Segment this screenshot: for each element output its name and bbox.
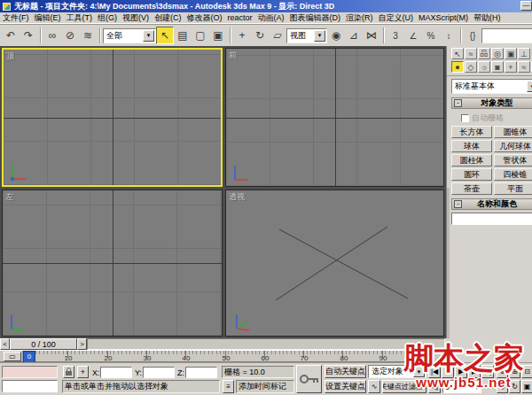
viewport-top[interactable]: 顶 xyxy=(2,48,223,187)
pyramid-button[interactable]: 四棱锥 xyxy=(494,168,532,181)
titlebar[interactable]: 无标题 - 项目文件夹: 4:\My Documents\3dsmax - Au… xyxy=(0,0,532,12)
collapse-icon[interactable]: - xyxy=(454,99,462,107)
menu-views[interactable]: 视图(V) xyxy=(120,12,152,24)
select-by-name-button[interactable]: ▤ xyxy=(174,27,192,44)
bind-spacewarp-icon[interactable]: ≋ xyxy=(79,27,97,44)
scale-button[interactable]: ▱ xyxy=(269,27,286,44)
torus-button[interactable]: 圆环 xyxy=(451,168,492,181)
minimize-button[interactable]: — xyxy=(520,1,532,11)
key-filter-curve-icon[interactable]: ∿ xyxy=(368,380,380,393)
key-filters-button[interactable]: 关键点过滤器... xyxy=(382,380,426,393)
tube-button[interactable]: 管状体 xyxy=(494,154,532,167)
tab-utilities[interactable]: ⊥ xyxy=(518,48,530,59)
move-button[interactable]: + xyxy=(233,27,251,44)
menu-edit[interactable]: 编辑(E) xyxy=(32,12,64,24)
menu-customize[interactable]: 自定义(U) xyxy=(376,12,417,24)
current-frame-marker[interactable]: 0 xyxy=(23,351,35,363)
category-geometry-icon[interactable]: ● xyxy=(451,61,464,73)
goto-end-button[interactable]: ▶| xyxy=(481,365,494,378)
coord-system-dropdown[interactable]: 视图 ▼ xyxy=(286,28,327,43)
viewport-perspective[interactable]: 透视 xyxy=(225,190,444,337)
next-frame-arrow[interactable]: > xyxy=(77,338,87,350)
x-coordinate-field[interactable] xyxy=(100,367,132,378)
time-tag-icon[interactable]: ≡ xyxy=(223,380,234,393)
add-time-tag[interactable]: 添加时间标记 xyxy=(236,380,294,393)
command-panel-scrollbar[interactable] xyxy=(447,188,450,338)
rotate-button[interactable]: ↻ xyxy=(251,27,269,44)
named-selection-sets-icon[interactable]: {} xyxy=(464,27,481,44)
angle-snap-button[interactable]: ∠ xyxy=(404,27,422,44)
previous-frame-arrow[interactable]: < xyxy=(0,338,10,350)
selection-filter-dropdown[interactable]: 全部 ▼ xyxy=(103,28,156,43)
menu-graph-editors[interactable]: 图表编辑器(D) xyxy=(287,12,344,24)
category-helpers-icon[interactable]: + xyxy=(505,61,517,73)
named-selection-input[interactable] xyxy=(481,28,532,43)
viewport-front[interactable]: 前 xyxy=(225,48,444,187)
category-shapes-icon[interactable]: ◇ xyxy=(465,61,477,73)
chevron-down-icon[interactable]: ▼ xyxy=(413,366,425,377)
key-step-button[interactable]: ◀| xyxy=(428,380,441,393)
frame-spinner[interactable]: ▲ ▼ xyxy=(475,383,479,391)
unlink-icon[interactable]: ⊘ xyxy=(61,27,79,44)
teapot-button[interactable]: 茶壶 xyxy=(451,182,492,195)
viewport-front-label[interactable]: 前 xyxy=(229,50,237,61)
viewport-left[interactable]: 左 xyxy=(2,190,223,337)
chevron-down-icon[interactable]: ▼ xyxy=(314,30,325,42)
plane-button[interactable]: 平面 xyxy=(494,182,532,195)
maximize-viewport-button[interactable]: ▣ xyxy=(521,380,532,393)
autogrid-checkbox[interactable] xyxy=(461,114,469,122)
orbit-button[interactable]: ↻ xyxy=(509,380,520,393)
track-bar[interactable]: ▭ 0 10 20 30 40 50 60 70 80 90 100 xyxy=(0,350,446,362)
y-coordinate-field[interactable] xyxy=(143,367,175,378)
set-key-button[interactable]: 设置关键点 xyxy=(325,380,366,393)
menu-help[interactable]: 帮助(H) xyxy=(471,12,504,24)
mirror-button[interactable]: ⋈ xyxy=(363,27,380,44)
select-object-button[interactable]: ↖ xyxy=(156,27,174,44)
object-name-input[interactable] xyxy=(451,213,532,225)
window-crossing-button[interactable]: ▣ xyxy=(209,27,227,44)
menu-reactor[interactable]: reactor xyxy=(225,13,255,22)
category-spacewarps-icon[interactable]: ≈ xyxy=(518,61,530,73)
percent-snap-button[interactable]: % xyxy=(422,27,440,44)
goto-start-button[interactable]: |◀ xyxy=(428,365,441,378)
set-key-mode-button[interactable] xyxy=(296,365,322,393)
rollout-object-type[interactable]: - 对象类型 xyxy=(451,97,532,109)
previous-frame-button[interactable]: ◀ xyxy=(442,365,454,378)
zoom-button[interactable]: ⊕ xyxy=(497,365,508,378)
chevron-down-icon[interactable]: ▼ xyxy=(143,30,154,42)
category-cameras-icon[interactable]: ◙ xyxy=(491,61,504,73)
play-button[interactable]: ▶ xyxy=(455,365,467,378)
menu-rendering[interactable]: 渲染(R) xyxy=(343,12,376,24)
viewport-left-label[interactable]: 左 xyxy=(5,191,13,203)
primitive-category-dropdown[interactable]: 标准基本体 ▼ xyxy=(451,79,532,94)
zoom-extents-button[interactable]: ⊡ xyxy=(521,365,532,378)
maxscript-listener-white[interactable] xyxy=(2,380,58,392)
viewport-top-label[interactable]: 顶 xyxy=(6,50,14,62)
region-select-button[interactable]: ▢ xyxy=(192,27,209,44)
menu-tools[interactable]: 工具(T) xyxy=(64,12,96,24)
menu-group[interactable]: 组(G) xyxy=(95,12,120,24)
box-button[interactable]: 长方体 xyxy=(451,126,492,138)
time-slider-button[interactable]: 0 / 100 xyxy=(10,338,77,350)
pivot-center-button[interactable]: ◉ xyxy=(327,27,345,44)
rollout-name-color[interactable]: - 名称和颜色 xyxy=(451,198,532,210)
cone-button[interactable]: 圆锥体 xyxy=(494,126,532,138)
menu-create[interactable]: 创建(C) xyxy=(152,12,184,24)
current-frame-field[interactable]: 0 ▲ ▼ xyxy=(442,380,481,393)
next-frame-button[interactable]: ▶ xyxy=(468,365,481,378)
tab-display[interactable]: ▣ xyxy=(505,48,517,59)
absolute-offset-toggle[interactable]: + xyxy=(77,366,89,378)
tab-hierarchy[interactable]: 品 xyxy=(478,48,490,59)
selected-filter-dropdown[interactable]: 选定对象 ▼ xyxy=(368,365,426,378)
spinner-snap-button[interactable]: ↕ xyxy=(440,27,458,44)
category-lights-icon[interactable]: ☼ xyxy=(478,61,490,73)
zoom-all-button[interactable]: ⊞ xyxy=(509,365,520,378)
menu-animation[interactable]: 动画(A) xyxy=(255,12,287,24)
tab-create[interactable]: ↖ xyxy=(451,48,464,59)
tab-modify[interactable]: ≈ xyxy=(465,48,477,59)
menu-modifiers[interactable]: 修改器(O) xyxy=(184,12,225,24)
geosphere-button[interactable]: 几何球体 xyxy=(494,140,532,152)
tab-motion[interactable]: ◎ xyxy=(491,48,504,59)
mini-curve-editor-button[interactable]: ▭ xyxy=(4,352,21,361)
auto-key-button[interactable]: 自动关键点 xyxy=(325,365,366,378)
